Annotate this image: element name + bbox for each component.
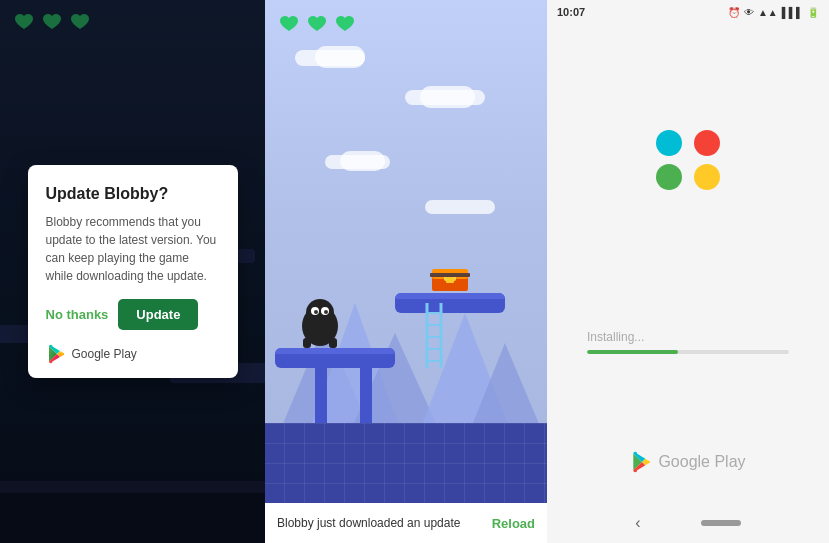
- dot-red: [694, 130, 720, 156]
- battery-icon: 🔋: [807, 7, 819, 18]
- wifi-icon: ▲▲: [758, 7, 778, 18]
- treasure-chest-svg: [430, 261, 470, 293]
- heart-p2-icon-1: [279, 14, 299, 34]
- dots-row-top: [656, 130, 720, 156]
- platform-leg-2: [360, 368, 372, 423]
- platform-left: [275, 348, 395, 368]
- dot-green: [656, 164, 682, 190]
- dots-row-bottom: [656, 164, 720, 190]
- google-play-text: Google Play: [72, 347, 137, 361]
- installing-section: Installing...: [587, 330, 789, 354]
- dialog-body: Blobby recommends that you update to the…: [46, 213, 220, 285]
- character-svg: [295, 288, 345, 348]
- status-bar: 10:07 ⏰ 👁 ▲▲ ▌▌▌ 🔋: [547, 0, 829, 24]
- platform-leg-1: [315, 368, 327, 423]
- google-play-bottom-brand: Google Play: [547, 451, 829, 473]
- dot-yellow: [694, 164, 720, 190]
- update-dialog: Update Blobby? Blobby recommends that yo…: [28, 165, 238, 378]
- panel-installing: 10:07 ⏰ 👁 ▲▲ ▌▌▌ 🔋 Installing...: [547, 0, 829, 543]
- cloud-7: [425, 200, 495, 214]
- no-thanks-button[interactable]: No thanks: [46, 303, 109, 326]
- cloud-4: [420, 86, 475, 108]
- svg-point-10: [324, 310, 328, 314]
- installing-text: Installing...: [587, 330, 789, 344]
- ground-pattern: [265, 423, 547, 503]
- progress-bar-fill: [587, 350, 678, 354]
- svg-rect-12: [329, 338, 337, 348]
- cloud-6: [340, 151, 385, 171]
- dialog-title: Update Blobby?: [46, 185, 220, 203]
- home-pill[interactable]: [701, 520, 741, 526]
- google-play-bottom-icon: [630, 451, 652, 473]
- heart-p2-icon-3: [335, 14, 355, 34]
- reload-button[interactable]: Reload: [492, 516, 535, 531]
- alarm-icon: ⏰: [728, 7, 740, 18]
- svg-point-6: [306, 299, 334, 327]
- panel-game-scene: Blobby just downloaded an update Reload: [265, 0, 547, 543]
- update-button[interactable]: Update: [118, 299, 198, 330]
- eye-icon: 👁: [744, 7, 754, 18]
- signal-icon: ▌▌▌: [782, 7, 803, 18]
- cloud-2: [315, 46, 365, 68]
- google-play-brand: Google Play: [46, 344, 220, 364]
- svg-rect-17: [446, 277, 454, 283]
- svg-rect-11: [303, 338, 311, 348]
- hearts-display-p2: [279, 14, 355, 34]
- loading-dots: [547, 130, 829, 190]
- progress-bar-background: [587, 350, 789, 354]
- blobby-message: Blobby just downloaded an update: [277, 516, 460, 530]
- heart-p2-icon-2: [307, 14, 327, 34]
- panel-game-dialog: Update Blobby? Blobby recommends that yo…: [0, 0, 265, 543]
- svg-point-9: [314, 310, 318, 314]
- google-play-label: Google Play: [658, 453, 745, 471]
- bottom-bar-p2: Blobby just downloaded an update Reload: [265, 503, 547, 543]
- dialog-buttons: No thanks Update: [46, 299, 220, 330]
- dialog-overlay: Update Blobby? Blobby recommends that yo…: [0, 0, 265, 543]
- dot-cyan: [656, 130, 682, 156]
- google-play-icon: [46, 344, 66, 364]
- status-icons: ⏰ 👁 ▲▲ ▌▌▌ 🔋: [728, 7, 819, 18]
- back-button[interactable]: ‹: [635, 514, 640, 532]
- nav-bar: ‹: [547, 503, 829, 543]
- ladder-svg: [423, 303, 445, 368]
- status-time: 10:07: [557, 6, 585, 18]
- platform-right: [395, 293, 505, 313]
